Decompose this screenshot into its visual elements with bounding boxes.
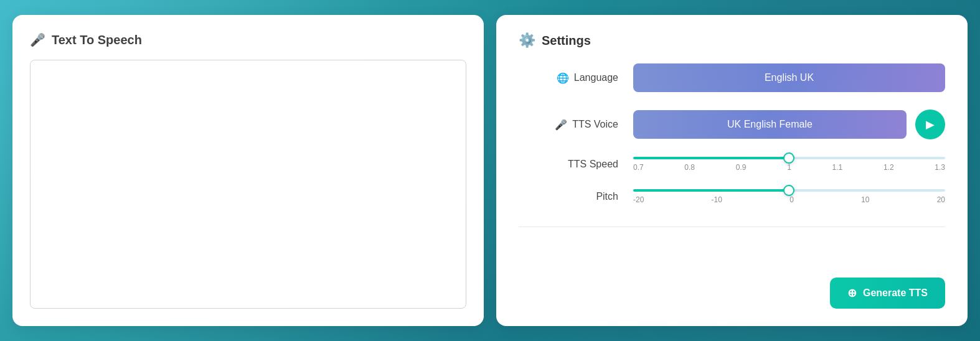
text-input[interactable] [30,60,466,309]
tts-speed-label-text: TTS Speed [568,159,618,170]
speed-label-10: 1 [787,163,791,172]
tts-voice-label-text: TTS Voice [572,119,618,130]
tts-voice-label: 🎤 TTS Voice [519,119,618,131]
left-panel: 🎤 Text To Speech [12,15,484,326]
speed-label-08: 0.8 [684,163,695,172]
tts-voice-control: UK English Female ▶ [633,110,945,139]
globe-icon: 🌐 [557,72,569,84]
tts-voice-row: 🎤 TTS Voice UK English Female ▶ [519,110,945,139]
pitch-label-20: 20 [937,195,945,204]
settings-title: ⚙️ Settings [519,32,945,49]
speed-slider[interactable] [633,157,945,159]
pitch-label: Pitch [519,191,618,202]
language-control: English UK [633,63,945,92]
pitch-row: Pitch -20 -10 0 10 20 [519,189,945,204]
pitch-label-0: 0 [789,195,794,204]
tts-speed-row: TTS Speed 0.7 0.8 0.9 1 1.1 1.2 1.3 [519,157,945,172]
divider [519,227,945,227]
speed-label-13: 1.3 [935,163,945,172]
pitch-control: -20 -10 0 10 20 [633,189,945,204]
mic-icon: 🎤 [30,32,45,47]
language-label-text: Language [574,72,618,83]
language-dropdown[interactable]: English UK [633,63,945,92]
speed-slider-labels: 0.7 0.8 0.9 1 1.1 1.2 1.3 [633,163,945,172]
language-label: 🌐 Language [519,72,618,84]
pitch-slider-wrapper: -20 -10 0 10 20 [633,189,945,204]
pitch-label-neg10: -10 [712,195,722,204]
pitch-slider-labels: -20 -10 0 10 20 [633,195,945,204]
tts-speed-label: TTS Speed [519,159,618,170]
language-row: 🌐 Language English UK [519,63,945,92]
generate-icon: ⊕ [847,286,857,300]
generate-btn-label: Generate TTS [863,287,928,299]
play-button[interactable]: ▶ [915,110,945,139]
speed-slider-wrapper: 0.7 0.8 0.9 1 1.1 1.2 1.3 [633,157,945,172]
pitch-label-text: Pitch [596,191,618,202]
speed-label-07: 0.7 [633,163,644,172]
pitch-slider[interactable] [633,189,945,192]
main-container: 🎤 Text To Speech ⚙️ Settings 🌐 Language … [0,0,980,341]
tts-voice-dropdown[interactable]: UK English Female [633,110,907,139]
panel-title-text: Text To Speech [52,33,142,47]
generate-tts-button[interactable]: ⊕ Generate TTS [830,278,945,309]
speed-label-11: 1.1 [832,163,843,172]
pitch-label-10: 10 [861,195,869,204]
voice-mic-icon: 🎤 [555,119,567,131]
settings-title-text: Settings [542,34,591,48]
speed-label-12: 1.2 [883,163,894,172]
speed-label-09: 0.9 [736,163,747,172]
play-icon: ▶ [926,118,935,131]
right-panel: ⚙️ Settings 🌐 Language English UK 🎤 TTS … [496,15,968,326]
settings-gear-icon: ⚙️ [519,32,535,49]
pitch-label-neg20: -20 [633,195,644,204]
panel-title: 🎤 Text To Speech [30,32,466,47]
tts-speed-control: 0.7 0.8 0.9 1 1.1 1.2 1.3 [633,157,945,172]
